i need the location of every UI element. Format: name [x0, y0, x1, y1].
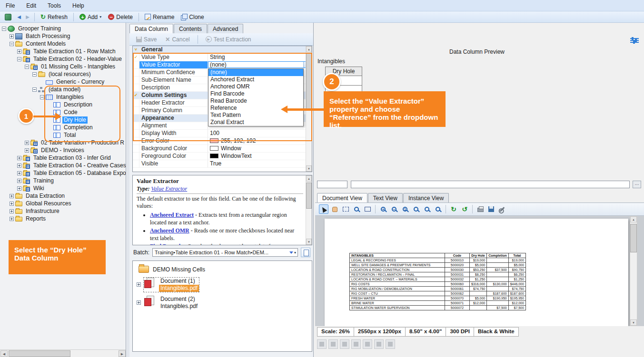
tree-item-data-extraction[interactable]: Data Extraction: [1, 192, 126, 200]
tree-expander-collapsed[interactable]: [17, 186, 21, 191]
viewer-tab-instance-view[interactable]: Instance View: [403, 193, 449, 203]
scroll-down-icon[interactable]: ▼: [306, 239, 312, 245]
magnifier-window-icon[interactable]: [363, 204, 372, 214]
zoom-out-icon[interactable]: −: [389, 204, 399, 214]
value-extractor-combobox[interactable]: (none)▼: [208, 61, 311, 68]
tree-expander-collapsed[interactable]: [25, 141, 29, 145]
flag-tool-icon[interactable]: [328, 339, 338, 349]
tree-expander-expanded[interactable]: [32, 87, 37, 92]
menu-help[interactable]: Help: [67, 0, 90, 11]
tree-expander-expanded[interactable]: [25, 65, 29, 69]
scrollbar-thumb[interactable]: [630, 224, 637, 252]
scrollbar-thumb[interactable]: [9, 350, 70, 357]
menu-edit[interactable]: Edit: [20, 0, 42, 11]
tab-contents[interactable]: Contents: [174, 24, 207, 33]
tree-item-content-models[interactable]: Content Models: [1, 40, 126, 48]
tree-item-batch-processing[interactable]: Batch Processing: [1, 32, 126, 40]
viewer-filter-input[interactable]: [317, 181, 347, 188]
zoom-actual-size-icon[interactable]: 1: [400, 204, 410, 214]
menu-file[interactable]: File: [0, 0, 20, 11]
pan-hand-icon[interactable]: [330, 204, 339, 214]
tree-expander-collapsed[interactable]: [10, 34, 14, 39]
viewer-path-input[interactable]: [351, 181, 630, 188]
property-row-value-extractor[interactable]: Value Extractor(none)▼: [133, 61, 312, 69]
tree-item-table-extraction-03-infer-grid[interactable]: Table Extraction 03 - Infer Grid: [1, 154, 126, 162]
batch-folder-row[interactable]: DEMO Missing Cells: [139, 266, 312, 273]
tree-expander-expanded[interactable]: [17, 57, 21, 61]
scroll-down-icon[interactable]: ▼: [630, 319, 637, 326]
tree-item-02-table-variation-production-r[interactable]: 02 Table Variation - Production R: [1, 139, 126, 146]
document-item[interactable]: Document (1)Intangibles.pdf: [144, 278, 199, 292]
property-row-foreground-color[interactable]: Foreground ColorWindowText: [133, 153, 312, 160]
dropdown-item-read-barcode[interactable]: Read Barcode: [208, 97, 303, 105]
tree-expander-collapsed[interactable]: [17, 179, 21, 183]
tree-item-wiki[interactable]: Wiki: [1, 184, 126, 192]
refresh-button[interactable]: ↻Refresh: [38, 13, 70, 21]
save-image-icon[interactable]: [486, 204, 496, 214]
scrollbar-thumb[interactable]: [306, 53, 312, 110]
help-scrollbar[interactable]: ▲ ▼: [306, 175, 312, 245]
property-row-error-color[interactable]: Error Color255, 192, 192: [133, 137, 312, 145]
zoom-region-icon[interactable]: [352, 204, 361, 214]
tab-advanced[interactable]: Advanced: [208, 24, 243, 33]
scroll-up-icon[interactable]: ▲: [306, 175, 312, 182]
property-row-background-color[interactable]: Background ColorWindow: [133, 145, 312, 153]
more-options-button[interactable]: ⋯: [633, 181, 641, 188]
zoom-fit-width-icon[interactable]: [411, 204, 421, 214]
select-region-icon[interactable]: [341, 204, 350, 214]
document-item[interactable]: Document (2)Intangibles.pdf: [144, 296, 199, 310]
annotate-tool-icon[interactable]: [340, 339, 349, 349]
property-row-visible[interactable]: VisibleTrue: [133, 160, 312, 168]
help-type-link[interactable]: Value Extractor: [151, 185, 188, 192]
tree-item-infrastructure[interactable]: Infrastructure: [1, 207, 126, 215]
dropdown-item-none[interactable]: (none): [208, 69, 303, 76]
tree-item-local-resources[interactable]: (local resources): [1, 70, 126, 78]
crop-tool-icon[interactable]: [363, 339, 372, 349]
tree-expander-collapsed[interactable]: [137, 282, 141, 287]
tree-expander-expanded[interactable]: [10, 42, 14, 46]
tree-item-table-extraction-04-creative-cases[interactable]: Table Extraction 04 - Creative Cases: [1, 162, 126, 169]
forward-icon[interactable]: ▶: [24, 14, 31, 19]
tree-expander-collapsed[interactable]: [17, 156, 21, 160]
scroll-up-icon[interactable]: ▲: [306, 46, 312, 52]
zoom-dynamic-icon[interactable]: [433, 204, 443, 214]
dropdown-item-find-barcode[interactable]: Find Barcode: [208, 90, 303, 97]
batch-selector[interactable]: Training•Table Extraction 01 - Row Match…: [152, 248, 298, 257]
scroll-down-icon[interactable]: ▼: [306, 165, 312, 172]
scroll-left-icon[interactable]: ◀: [0, 350, 8, 357]
tree-item-table-extraction-05-database-expor[interactable]: Table Extraction 05 - Database Expor: [1, 169, 126, 177]
property-row-general[interactable]: ˅General: [133, 46, 312, 54]
tree-item-total[interactable]: Total: [1, 131, 126, 139]
view-settings-icon[interactable]: [630, 37, 639, 44]
dropdown-item-anchored-extract[interactable]: Anchored Extract: [208, 76, 303, 83]
panel-splitter[interactable]: [127, 23, 129, 357]
tree-item-table-extraction-01-row-match[interactable]: Table Extraction 01 - Row Match: [1, 48, 126, 55]
viewer-tab-document-view[interactable]: Document View: [317, 193, 367, 203]
property-row-value-type[interactable]: ✓Value TypeString: [133, 54, 312, 61]
test-extraction-button[interactable]: ▶Test Extraction: [203, 36, 254, 43]
property-row-display-width[interactable]: Display Width100: [133, 130, 312, 137]
tree-item-description[interactable]: Description: [1, 101, 126, 108]
tree-item-generic-currency[interactable]: Generic - Currency: [1, 78, 126, 86]
delete-button[interactable]: −Delete: [105, 13, 136, 21]
dropdown-item-zonal-extract[interactable]: Zonal Extract: [208, 119, 303, 126]
help-term-link[interactable]: Anchored Extract: [150, 212, 194, 218]
tree-expander-expanded[interactable]: [2, 27, 6, 31]
scrollbar-thumb[interactable]: [306, 183, 312, 209]
tree-item-intangibles[interactable]: Intangibles: [1, 93, 126, 101]
viewer-settings-wrench-icon[interactable]: [497, 204, 507, 214]
clone-button[interactable]: Clone: [178, 13, 207, 21]
open-batch-button[interactable]: [301, 248, 310, 257]
cancel-button[interactable]: ✕Cancel: [162, 36, 192, 43]
tree-expander-expanded[interactable]: [40, 95, 44, 99]
zoom-fit-page-icon[interactable]: [422, 204, 432, 214]
batch-document-document-2[interactable]: Document (2)Intangibles.pdf: [137, 296, 312, 310]
tree-item-completion[interactable]: Completion: [1, 124, 126, 131]
tree-expander-collapsed[interactable]: [10, 217, 14, 221]
undo-tool-icon[interactable]: [386, 339, 395, 349]
tree-expander-collapsed[interactable]: [17, 49, 21, 54]
zoom-in-icon[interactable]: +: [378, 204, 388, 214]
layout-tool-icon[interactable]: [351, 339, 361, 349]
tree-expander-collapsed[interactable]: [25, 148, 29, 153]
tree-expander-collapsed[interactable]: [10, 202, 14, 206]
